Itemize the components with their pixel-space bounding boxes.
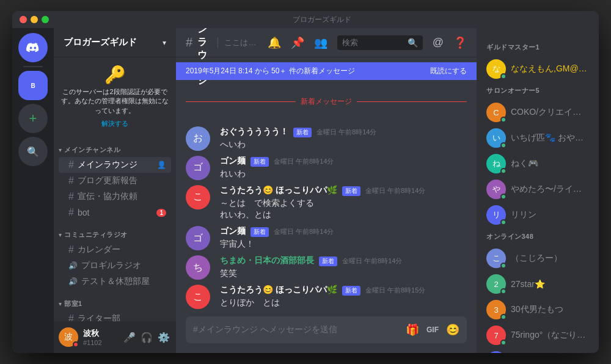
category-main[interactable]: ▾ メインチャンネル [54,136,176,157]
message-text: ～とは で検索よくするれいわ、とは [220,197,467,221]
mute-button[interactable]: 🎤 [122,330,137,344]
search-icon: 🔍 [408,38,418,48]
server-divider [23,66,43,67]
channel-item-main-lounge[interactable]: # メインラウンジ 👤 [59,157,171,173]
user-controls: 🎤 🎧 ⚙️ [122,330,171,344]
search-placeholder: 検索 [342,37,408,48]
deafen-button[interactable]: 🎧 [139,330,154,344]
server-icon-bloggers[interactable]: B [18,71,48,100]
channel-item-test[interactable]: 🔊 テスト＆休憩部屋 [59,274,171,289]
window-title: ブロガーズギルド [53,15,591,25]
category-arrow: ▾ [59,300,62,307]
mark-read-button[interactable]: 既読にする [430,66,467,76]
settings-button[interactable]: ⚙️ [156,330,171,344]
member-status-dot [500,168,507,174]
hash-icon: # [68,244,74,255]
channel-item-pr[interactable]: # 宣伝・協力依頼 [59,189,171,205]
message-username: ゴン麺 [220,156,246,167]
user-count-icon: 👤 [157,161,166,169]
channel-item-calendar[interactable]: # カレンダー [59,242,171,258]
member-avatar: 7 [486,326,506,345]
member-item[interactable]: 3 30代男たもつ [481,297,594,322]
member-status-dot [500,194,507,200]
new-tag: 新着 [342,286,360,296]
members-icon[interactable]: 👥 [314,36,327,49]
message-timestamp: 金曜日 午前8時14分 [274,157,334,166]
message-header: ゴン麺 新着 金曜日 午前8時14分 [220,226,467,237]
maximize-button[interactable] [42,16,49,23]
category-label: メインチャンネル [64,145,120,155]
user-discriminator: #1102 [83,339,117,346]
gift-icon[interactable]: 🎁 [406,323,419,337]
member-item[interactable]: 9 99aasss [481,349,594,353]
app-window: ブロガーズギルド B + 🔍 ブロガーズギルド ▾ 🔑 [12,11,599,353]
at-icon[interactable]: @ [433,36,444,49]
hash-icon: # [68,313,74,321]
member-item[interactable]: い いちげ匹🐾 おやびん... [481,126,594,150]
security-resolve-link[interactable]: 解決する [61,119,169,128]
member-item[interactable]: C COKO/クリエイター... [481,100,594,125]
channel-item-bot[interactable]: # bot 1 [59,205,171,220]
search-bar[interactable]: 検索 🔍 [337,35,423,50]
member-avatar: こ [486,249,506,268]
main-layout: B + 🔍 ブロガーズギルド ▾ 🔑 このサーバーは2段階認証が必要です。あなた… [12,28,599,353]
member-name: リリン [511,209,536,220]
member-status-dot [500,219,507,225]
unread-badge: 1 [156,209,166,217]
member-avatar: な [486,59,506,79]
member-item[interactable]: こ （こじろー） [481,246,594,271]
member-item[interactable]: リ リリン [481,203,594,227]
gif-icon[interactable]: GIF [426,326,439,334]
discord-home-icon[interactable] [18,33,48,62]
message-timestamp: 金曜日 午前8時14分 [316,128,376,137]
close-button[interactable] [20,16,27,23]
avatar: ゴ [186,156,210,180]
notification-icon[interactable]: 🔔 [268,36,281,49]
member-status-dot [500,263,507,269]
member-item[interactable]: 2 27star⭐ [481,272,594,296]
message-header: こうたろう😊 ほっこりパパ🌿 新着 金曜日 午前8時15分 [220,285,467,296]
channel-item-writer[interactable]: # ライター部 [59,311,171,321]
member-name: いちげ匹🐾 おやびん... [511,133,589,144]
minimize-button[interactable] [31,16,38,23]
title-bar: ブロガーズギルド [12,11,599,28]
member-name: ななえもん,GM@コミ... [511,64,589,75]
divider-line-right [357,101,467,102]
help-icon[interactable]: ❓ [453,36,467,49]
message-text: 笑笑 [220,268,467,280]
add-server-button[interactable]: + [18,104,48,133]
channel-item-radio[interactable]: 🔊 プロギルラジオ [59,258,171,274]
avatar: お [186,126,210,151]
category-community[interactable]: ▾ コミュニティラジオ [54,220,176,242]
security-notice: 🔑 このサーバーは2段階認証が必要です。あなたの管理者権限は無効になっています。… [54,57,176,136]
voice-icon: 🔊 [68,277,78,286]
category-label: コミュニティラジオ [64,230,128,239]
channel-item-blog-updates[interactable]: # ブログ更新報告 [59,173,171,189]
divider-line-left [186,101,296,102]
avatar: こ [186,285,210,309]
members-category-salon: サロンオーナー5 [481,86,594,95]
hash-icon: # [68,159,74,170]
security-text: このサーバーは2段階認証が必要です。あなたの管理者権限は無効になっています。 [61,87,169,115]
avatar: ゴ [186,226,210,250]
message-text: へいわ [220,139,467,151]
chat-input-box[interactable]: #メインラウンジ へメッセージを送信 🎁 GIF 😊 [186,316,467,343]
chat-input-area: #メインラウンジ へメッセージを送信 🎁 GIF 😊 [176,316,477,353]
guild-header[interactable]: ブロガーズギルド ▾ [54,28,176,57]
message-group: ち ちまめ・日本の酒部部長 新着 金曜日 午前8時14分 笑笑 [176,253,477,282]
message-group: ゴ ゴン麺 新着 金曜日 午前8時14分 れいわ [176,153,477,183]
discover-servers-button[interactable]: 🔍 [18,137,48,166]
member-item[interactable]: ね ねく🎮 [481,151,594,176]
message-content: ちまめ・日本の酒部部長 新着 金曜日 午前8時14分 笑笑 [220,255,467,280]
member-status-dot [500,142,507,148]
emoji-icon[interactable]: 😊 [446,323,459,337]
member-item[interactable]: や やめたろ〜/ライター... [481,177,594,202]
message-text: とりぼか とは [220,297,467,309]
message-timestamp: 金曜日 午前8時15分 [365,286,425,295]
member-item[interactable]: な ななえもん,GM@コミ... [481,57,594,81]
message-text: 宇宙人！ [220,238,467,250]
member-item[interactable]: 7 75ringo°（なごりん... [481,323,594,348]
pin-icon[interactable]: 📌 [291,36,304,49]
messages-area[interactable]: 2019年5月24日 8:14 から 50＋ 件の新着メッセージ 既読にする 新… [176,57,477,316]
category-dept[interactable]: ▾ 部室1 [54,289,176,311]
